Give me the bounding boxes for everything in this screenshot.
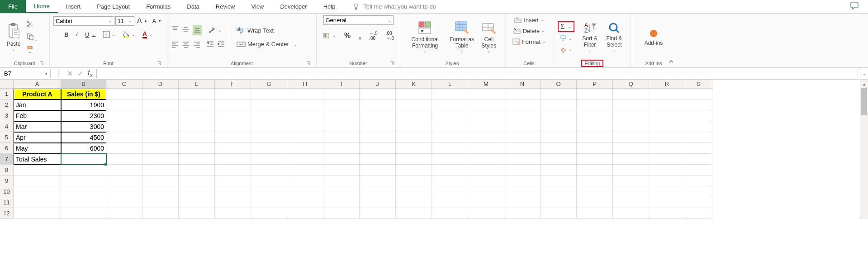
cell-K6[interactable] xyxy=(396,143,432,154)
cell-G10[interactable] xyxy=(251,186,287,197)
row-header-2[interactable]: 2 xyxy=(0,100,14,110)
cell-R8[interactable] xyxy=(649,165,685,176)
cell-K3[interactable] xyxy=(396,110,432,121)
cell-C11[interactable] xyxy=(106,197,142,208)
cell-A9[interactable] xyxy=(14,176,61,186)
cell-C10[interactable] xyxy=(106,186,142,197)
grow-font-button[interactable]: A▲ xyxy=(135,16,150,26)
cell-R7[interactable] xyxy=(649,154,685,165)
cell-A1[interactable]: Product A xyxy=(14,89,61,100)
shrink-font-button[interactable]: A▼ xyxy=(151,17,164,25)
cell-M9[interactable] xyxy=(468,176,504,186)
sort-filter-button[interactable]: AZ Sort & Filter⌄ xyxy=(578,21,601,54)
cell-R4[interactable] xyxy=(649,121,685,132)
underline-button[interactable]: U⌄ xyxy=(83,30,97,39)
column-header-F[interactable]: F xyxy=(215,80,251,89)
cell-N1[interactable] xyxy=(504,89,541,100)
cell-D3[interactable] xyxy=(142,110,179,121)
cell-S12[interactable] xyxy=(685,208,712,219)
cell-S10[interactable] xyxy=(685,186,712,197)
paste-button[interactable]: Paste ⌄ xyxy=(4,22,24,53)
cell-M2[interactable] xyxy=(468,100,504,110)
cell-K9[interactable] xyxy=(396,176,432,186)
cell-S5[interactable] xyxy=(685,132,712,143)
cell-S3[interactable] xyxy=(685,110,712,121)
cell-F4[interactable] xyxy=(215,121,251,132)
cell-O11[interactable] xyxy=(541,197,577,208)
cell-C4[interactable] xyxy=(106,121,142,132)
cell-P7[interactable] xyxy=(577,154,613,165)
enter-button[interactable]: ✓ xyxy=(77,69,83,78)
cell-I6[interactable] xyxy=(323,143,360,154)
bold-button[interactable]: B xyxy=(62,30,70,39)
row-header-1[interactable]: 1 xyxy=(0,89,14,100)
row-header-11[interactable]: 11 xyxy=(0,197,14,208)
cell-J5[interactable] xyxy=(360,132,396,143)
cell-P2[interactable] xyxy=(577,100,613,110)
cell-Q9[interactable] xyxy=(613,176,649,186)
cell-G6[interactable] xyxy=(251,143,287,154)
cell-L7[interactable] xyxy=(432,154,468,165)
align-top-button[interactable] xyxy=(171,26,179,35)
row-header-12[interactable]: 12 xyxy=(0,208,14,219)
cell-I9[interactable] xyxy=(323,176,360,186)
tab-help[interactable]: Help xyxy=(315,0,344,13)
column-header-I[interactable]: I xyxy=(323,80,360,89)
cell-F1[interactable] xyxy=(215,89,251,100)
clear-button[interactable]: ⌄ xyxy=(558,45,574,54)
cell-N3[interactable] xyxy=(504,110,541,121)
cell-Q4[interactable] xyxy=(613,121,649,132)
column-header-J[interactable]: J xyxy=(360,80,396,89)
cell-P5[interactable] xyxy=(577,132,613,143)
merge-center-button[interactable]: Merge & Center⌄ xyxy=(235,39,299,49)
row-header-9[interactable]: 9 xyxy=(0,176,14,186)
cell-Q3[interactable] xyxy=(613,110,649,121)
cell-D10[interactable] xyxy=(142,186,179,197)
cell-N8[interactable] xyxy=(504,165,541,176)
formula-bar[interactable] xyxy=(96,69,858,78)
cell-F2[interactable] xyxy=(215,100,251,110)
cell-Q2[interactable] xyxy=(613,100,649,110)
accounting-format-button[interactable]: $⌄ xyxy=(321,31,338,40)
cell-G2[interactable] xyxy=(251,100,287,110)
cell-B10[interactable] xyxy=(61,186,106,197)
cell-E4[interactable] xyxy=(179,121,215,132)
font-dialog-launcher[interactable] xyxy=(156,60,162,66)
cell-J11[interactable] xyxy=(360,197,396,208)
cell-A6[interactable]: May xyxy=(14,143,61,154)
cell-D11[interactable] xyxy=(142,197,179,208)
cell-P4[interactable] xyxy=(577,121,613,132)
cell-S9[interactable] xyxy=(685,176,712,186)
decrease-decimal-button[interactable]: .00→.0 xyxy=(384,30,396,42)
cell-M7[interactable] xyxy=(468,154,504,165)
cell-M4[interactable] xyxy=(468,121,504,132)
cell-G3[interactable] xyxy=(251,110,287,121)
cell-A8[interactable] xyxy=(14,165,61,176)
cell-L4[interactable] xyxy=(432,121,468,132)
cell-C5[interactable] xyxy=(106,132,142,143)
cell-F9[interactable] xyxy=(215,176,251,186)
cell-Q1[interactable] xyxy=(613,89,649,100)
cell-E3[interactable] xyxy=(179,110,215,121)
cell-D12[interactable] xyxy=(142,208,179,219)
cell-M3[interactable] xyxy=(468,110,504,121)
cell-L9[interactable] xyxy=(432,176,468,186)
cell-B2[interactable]: 1900 xyxy=(61,100,106,110)
cell-D7[interactable] xyxy=(142,154,179,165)
cell-J4[interactable] xyxy=(360,121,396,132)
cell-E5[interactable] xyxy=(179,132,215,143)
column-header-Q[interactable]: Q xyxy=(613,80,649,89)
align-bottom-button[interactable] xyxy=(193,25,202,35)
name-box[interactable]: B7▾ xyxy=(1,69,51,78)
cell-Q12[interactable] xyxy=(613,208,649,219)
cell-K12[interactable] xyxy=(396,208,432,219)
cell-Q11[interactable] xyxy=(613,197,649,208)
format-cells-button[interactable]: Format⌄ xyxy=(510,37,548,46)
align-left-button[interactable] xyxy=(171,41,179,50)
cell-H8[interactable] xyxy=(287,165,323,176)
cell-R10[interactable] xyxy=(649,186,685,197)
cell-S4[interactable] xyxy=(685,121,712,132)
cell-N9[interactable] xyxy=(504,176,541,186)
cell-B11[interactable] xyxy=(61,197,106,208)
cell-L10[interactable] xyxy=(432,186,468,197)
